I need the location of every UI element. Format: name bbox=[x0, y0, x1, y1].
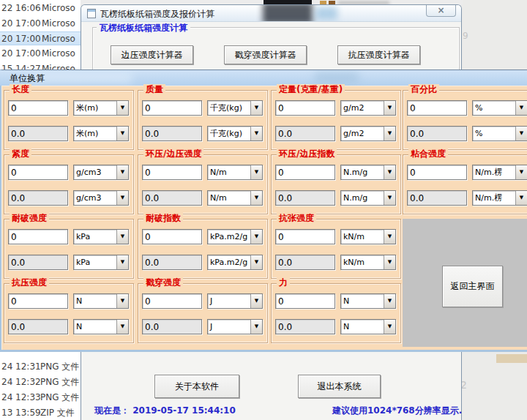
unit-select-from[interactable]: N ▼ bbox=[73, 293, 129, 309]
calculator-button[interactable]: 边压强度计算器 bbox=[111, 45, 193, 64]
unit-group-label: 抗压强度 bbox=[10, 277, 49, 288]
chevron-down-icon[interactable]: ▼ bbox=[250, 127, 262, 140]
chevron-down-icon[interactable]: ▼ bbox=[116, 255, 128, 269]
unit-input-field[interactable] bbox=[8, 293, 68, 309]
file-row[interactable]: 20 17:00 Microso bbox=[0, 47, 81, 61]
status-prefix: 现在是： bbox=[94, 405, 130, 416]
chevron-down-icon[interactable]: ▼ bbox=[515, 165, 527, 179]
chevron-down-icon[interactable]: ▼ bbox=[250, 101, 262, 115]
unit-input-field[interactable] bbox=[142, 165, 202, 180]
unit-select-from[interactable]: kN/m ▼ bbox=[340, 229, 396, 244]
unit-result-field bbox=[275, 319, 335, 334]
unit-text: N/m bbox=[210, 193, 227, 203]
unit-input-field[interactable] bbox=[275, 229, 335, 244]
unit-select-from[interactable]: 米(m) ▼ bbox=[73, 100, 129, 116]
file-row[interactable]: 22 16:06 Microso bbox=[0, 1, 81, 15]
unit-select-from[interactable]: N/m ▼ bbox=[207, 165, 263, 180]
chevron-down-icon[interactable]: ▼ bbox=[384, 294, 395, 308]
chevron-down-icon[interactable]: ▼ bbox=[250, 191, 262, 205]
unit-select-to[interactable]: 千克(kg) ▼ bbox=[207, 126, 263, 141]
unit-select-to[interactable]: % ▼ bbox=[472, 126, 527, 141]
chevron-down-icon[interactable]: ▼ bbox=[250, 230, 262, 244]
close-icon[interactable]: × bbox=[426, 5, 456, 17]
chevron-down-icon[interactable]: ▼ bbox=[250, 165, 262, 179]
unit-input-field[interactable] bbox=[8, 100, 68, 116]
unit-group-frame: 百分比 % ▼ % ▼ bbox=[403, 90, 527, 150]
unit-input-field[interactable] bbox=[275, 100, 335, 116]
unit-input-field[interactable] bbox=[407, 165, 467, 180]
unit-input-field[interactable] bbox=[275, 293, 335, 309]
exit-button[interactable]: 退出本系统 bbox=[298, 375, 381, 398]
file-row[interactable]: 20 17:00 Microso bbox=[0, 31, 81, 45]
file-row[interactable]: 20 17:00 Microso bbox=[0, 17, 81, 31]
unit-select-from[interactable]: kPa.m2/g ▼ bbox=[207, 229, 263, 244]
unit-select-to[interactable]: N ▼ bbox=[73, 319, 129, 334]
chevron-down-icon[interactable]: ▼ bbox=[116, 230, 128, 244]
file-name: PNG 文件 bbox=[40, 375, 79, 389]
unit-select-to[interactable]: N/m ▼ bbox=[207, 190, 263, 206]
unit-input-field[interactable] bbox=[8, 165, 68, 180]
unit-result-field bbox=[407, 126, 467, 141]
chevron-down-icon[interactable]: ▼ bbox=[116, 127, 128, 140]
chevron-down-icon[interactable]: ▼ bbox=[384, 320, 395, 334]
chevron-down-icon[interactable]: ▼ bbox=[250, 255, 262, 269]
calculator-button[interactable]: 抗压强度计算器 bbox=[337, 45, 420, 64]
file-row[interactable]: 13 13:59 ZIP 文件 bbox=[0, 406, 81, 420]
unit-select-from[interactable]: J ▼ bbox=[207, 293, 263, 309]
unit-select-to[interactable]: g/m2 ▼ bbox=[340, 126, 396, 141]
chevron-down-icon[interactable]: ▼ bbox=[250, 320, 262, 334]
unit-select-to[interactable]: N/m.楞 ▼ bbox=[472, 190, 527, 206]
unit-select-to[interactable]: N.m/g ▼ bbox=[340, 190, 396, 206]
unit-select-to[interactable]: kN/m ▼ bbox=[340, 255, 396, 270]
unit-select-to[interactable]: J ▼ bbox=[207, 319, 263, 334]
about-button[interactable]: 关于本软件 bbox=[154, 375, 239, 398]
main-window-titlebar[interactable]: 瓦楞纸板纸箱强度及报价计算 × bbox=[81, 5, 461, 22]
chevron-down-icon[interactable]: ▼ bbox=[116, 191, 128, 205]
chevron-down-icon[interactable]: ▼ bbox=[116, 320, 128, 334]
chevron-down-icon[interactable]: ▼ bbox=[250, 294, 262, 308]
chevron-down-icon[interactable]: ▼ bbox=[384, 101, 395, 115]
chevron-down-icon[interactable]: ▼ bbox=[384, 230, 395, 244]
chevron-down-icon[interactable]: ▼ bbox=[384, 165, 395, 179]
unit-select-to[interactable]: kPa ▼ bbox=[73, 255, 129, 270]
unit-input-field[interactable] bbox=[142, 229, 202, 244]
unit-select-to[interactable]: 米(m) ▼ bbox=[73, 126, 129, 141]
unit-select-from[interactable]: N ▼ bbox=[340, 293, 396, 309]
unit-input-field[interactable] bbox=[407, 100, 467, 116]
chevron-down-icon[interactable]: ▼ bbox=[116, 165, 128, 179]
chevron-down-icon[interactable]: ▼ bbox=[384, 191, 395, 205]
file-row[interactable]: 24 12:32 PNG 文件 bbox=[0, 375, 81, 389]
calculator-button[interactable]: 戳穿强度计算器 bbox=[224, 45, 307, 64]
file-row[interactable]: 24 12:31 PNG 文件 bbox=[0, 360, 81, 374]
return-main-button[interactable]: 返回主界面 bbox=[442, 266, 503, 307]
unit-input-field[interactable] bbox=[275, 165, 335, 180]
unit-select-from[interactable]: g/m2 ▼ bbox=[340, 100, 396, 116]
unit-select-from[interactable]: N.m/g ▼ bbox=[340, 165, 396, 180]
unit-input-field[interactable] bbox=[142, 293, 202, 309]
unit-select-from[interactable]: N/m.楞 ▼ bbox=[472, 165, 527, 180]
unit-select-from[interactable]: 千克(kg) ▼ bbox=[207, 100, 263, 116]
file-name: ZIP 文件 bbox=[40, 406, 75, 420]
chevron-down-icon[interactable]: ▼ bbox=[515, 101, 527, 115]
unit-select-from[interactable]: % ▼ bbox=[472, 100, 527, 116]
chevron-down-icon[interactable]: ▼ bbox=[116, 101, 128, 115]
unit-result-field bbox=[8, 126, 68, 141]
strength-calc-group-label: 瓦楞纸板纸箱强度计算 bbox=[97, 22, 190, 34]
unit-select-from[interactable]: g/cm3 ▼ bbox=[73, 165, 129, 180]
chevron-down-icon[interactable]: ▼ bbox=[116, 294, 128, 308]
chevron-down-icon[interactable]: ▼ bbox=[384, 255, 395, 269]
unit-result-field bbox=[142, 255, 202, 270]
unit-select-to[interactable]: N ▼ bbox=[340, 319, 396, 334]
unit-input-field[interactable] bbox=[8, 229, 68, 244]
unit-result-field bbox=[8, 319, 68, 334]
dialog-titlebar[interactable]: 单位换算 bbox=[0, 70, 527, 86]
file-time: 13 13:59 bbox=[1, 406, 41, 420]
unit-select-to[interactable]: kPa.m2/g ▼ bbox=[207, 255, 263, 270]
file-row[interactable]: 24 12:33 PNG 文件 bbox=[0, 391, 81, 405]
unit-select-to[interactable]: g/cm3 ▼ bbox=[73, 190, 129, 206]
chevron-down-icon[interactable]: ▼ bbox=[515, 127, 527, 140]
unit-select-from[interactable]: kPa ▼ bbox=[73, 229, 129, 244]
chevron-down-icon[interactable]: ▼ bbox=[384, 127, 395, 140]
unit-input-field[interactable] bbox=[142, 100, 202, 116]
chevron-down-icon[interactable]: ▼ bbox=[515, 191, 527, 205]
